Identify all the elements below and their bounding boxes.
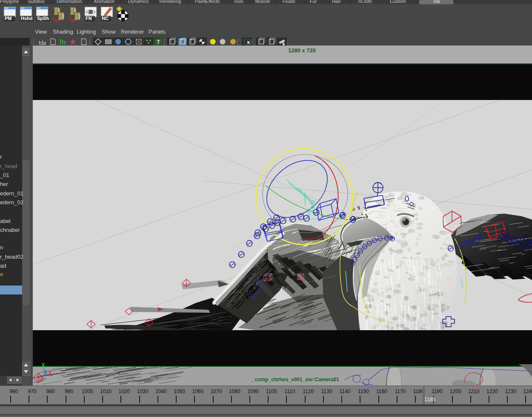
svg-text:z: z bbox=[44, 368, 47, 374]
svg-text:x: x bbox=[49, 370, 51, 376]
svg-text:T: T bbox=[157, 39, 160, 45]
svg-text:y: y bbox=[42, 361, 45, 367]
svg-text:_comp_chrhos_v001_exr:Camera01: _comp_chrhos_v001_exr:Camera01 bbox=[252, 377, 339, 383]
